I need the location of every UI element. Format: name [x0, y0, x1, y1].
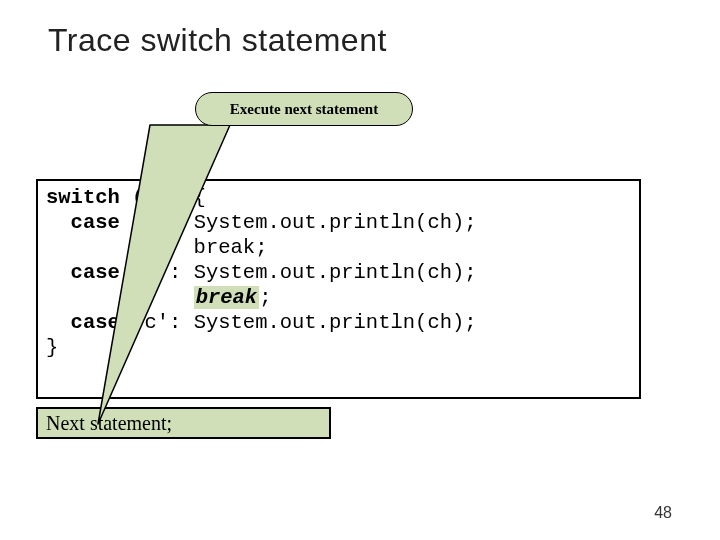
kw-case-c: case — [71, 311, 120, 334]
kw-case-a: case — [71, 211, 120, 234]
next-statement-text: Next statement; — [46, 412, 172, 435]
callout-bubble: Execute next statement — [195, 92, 413, 126]
code-block: switch (ch) { case 'a': System.out.print… — [36, 179, 641, 399]
next-statement-box: Next statement; — [36, 407, 331, 439]
callout-text: Execute next statement — [230, 101, 378, 118]
page-number: 48 — [654, 504, 672, 522]
kw-switch: switch — [46, 186, 120, 209]
kw-case-b: case — [71, 261, 120, 284]
highlighted-break: break — [194, 286, 260, 309]
slide-title: Trace switch statement — [48, 22, 387, 59]
slide: Trace switch statement Execute next stat… — [0, 0, 720, 540]
